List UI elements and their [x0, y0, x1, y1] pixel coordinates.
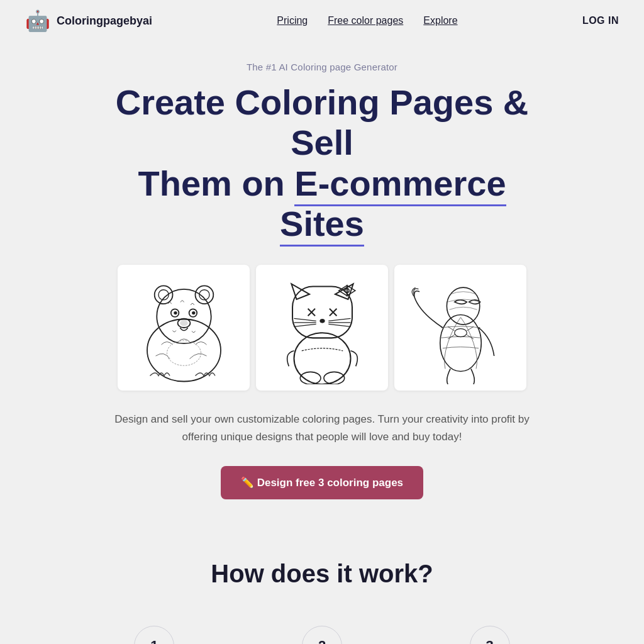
svg-point-34 — [447, 287, 479, 325]
svg-point-8 — [174, 311, 177, 314]
how-title: How does it work? — [13, 560, 631, 588]
svg-point-11 — [180, 320, 188, 326]
nav-links: Pricing Free color pages Explore — [277, 15, 457, 26]
svg-point-33 — [440, 314, 480, 371]
bear-illustration — [125, 271, 243, 384]
robot-icon: 🤖 — [25, 9, 50, 33]
step-3: 3 Our AI will generate a coloring page f… — [406, 626, 574, 644]
svg-point-0 — [147, 319, 221, 381]
step-3-circle: 3 — [470, 626, 510, 644]
cta-button[interactable]: ✏️ Design free 3 coloring pages — [221, 466, 423, 499]
svg-point-21 — [319, 319, 325, 323]
svg-marker-15 — [291, 284, 309, 299]
svg-rect-14 — [292, 286, 352, 338]
hero-description: Design and sell your own customizable co… — [114, 411, 530, 446]
coloring-previews — [86, 265, 558, 391]
svg-line-22 — [294, 318, 316, 321]
navbar: 🤖 Coloringpagebyai Pricing Free color pa… — [0, 0, 644, 42]
svg-point-9 — [192, 311, 195, 314]
how-section: How does it work? 1 Describe your colori… — [0, 535, 644, 644]
step-1: 1 Describe your coloring page — [70, 626, 238, 644]
coloring-card-kitty — [256, 265, 388, 391]
coloring-card-bear — [118, 265, 250, 391]
svg-point-3 — [195, 286, 213, 304]
step-2: 2 Click generate — [238, 626, 406, 644]
step-1-circle: 1 — [134, 626, 174, 644]
kitty-illustration — [263, 271, 382, 384]
hero-section: The #1 AI Coloring page Generator Create… — [0, 42, 644, 535]
svg-point-1 — [157, 289, 211, 343]
hero-title: Create Coloring Pages & Sell Them on E-c… — [102, 82, 542, 245]
svg-point-13 — [294, 333, 350, 384]
hero-title-highlight: E-commerce Sites — [280, 164, 506, 247]
login-button[interactable]: LOG IN — [582, 15, 619, 26]
steps-row: 1 Describe your coloring page 2 Click ge… — [70, 626, 574, 644]
nav-link-free-color-pages[interactable]: Free color pages — [328, 15, 403, 26]
step-2-circle: 2 — [302, 626, 342, 644]
hero-subtitle: The #1 AI Coloring page Generator — [13, 62, 631, 72]
svg-line-24 — [294, 324, 316, 326]
hero-title-line2: Them on — [138, 164, 284, 203]
nav-link-pricing[interactable]: Pricing — [277, 15, 308, 26]
brand-name: Coloringpagebyai — [57, 14, 152, 28]
hero-title-line1: Create Coloring Pages & Sell — [116, 82, 529, 162]
coloring-card-spiderman — [394, 265, 526, 391]
svg-line-25 — [328, 318, 350, 321]
spiderman-illustration — [401, 271, 520, 384]
svg-point-2 — [154, 286, 172, 304]
brand: 🤖 Coloringpagebyai — [25, 9, 152, 33]
svg-line-27 — [328, 324, 350, 326]
svg-marker-16 — [335, 284, 353, 299]
nav-link-explore[interactable]: Explore — [423, 15, 457, 26]
svg-point-35 — [454, 328, 467, 336]
